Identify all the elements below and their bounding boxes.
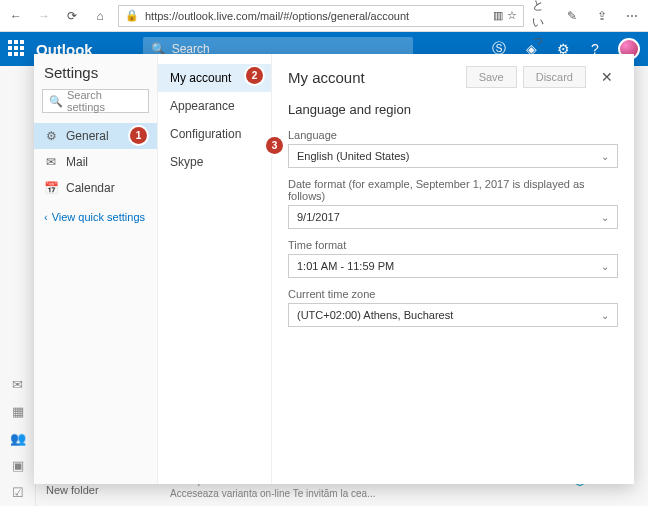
dateformat-label: Date format (for example, September 1, 2…	[288, 178, 618, 202]
page-title: My account	[288, 69, 365, 86]
new-folder-link[interactable]: New folder	[46, 484, 99, 496]
timeformat-select[interactable]: 1:01 AM - 11:59 PM ⌄	[288, 254, 618, 278]
lock-icon: 🔒	[125, 9, 139, 22]
settings-title: Settings	[34, 64, 157, 89]
timezone-label: Current time zone	[288, 288, 618, 300]
share-icon[interactable]: ⇪	[592, 6, 612, 26]
search-icon: 🔍	[49, 95, 63, 108]
close-icon[interactable]: ✕	[596, 66, 618, 88]
photos-rail-icon[interactable]: ▣	[12, 458, 24, 473]
settings-content: My account Save Discard ✕ Language and r…	[272, 54, 634, 484]
app-launcher-icon[interactable]	[8, 40, 26, 58]
forward-button[interactable]: →	[34, 6, 54, 26]
category-mail[interactable]: ✉ Mail	[34, 149, 157, 175]
reader-icon[interactable]: ▥	[493, 9, 503, 22]
refresh-button[interactable]: ⟳	[62, 6, 82, 26]
favorite-icon[interactable]: ☆	[507, 9, 517, 22]
subnav-skype[interactable]: Skype	[158, 148, 271, 176]
language-select[interactable]: English (United States) ⌄	[288, 144, 618, 168]
settings-panel: Settings 🔍 Search settings ⚙ General 1 ✉…	[34, 54, 634, 484]
search-settings-placeholder: Search settings	[67, 89, 142, 113]
category-label: General	[66, 129, 109, 143]
reading-list-icon[interactable]: �といっ	[532, 6, 552, 26]
home-button[interactable]: ⌂	[90, 6, 110, 26]
more-icon[interactable]: ⋯	[622, 6, 642, 26]
save-button[interactable]: Save	[466, 66, 517, 88]
annotation-1: 1	[130, 127, 147, 144]
mail-icon: ✉	[44, 155, 58, 169]
subnav-my-account[interactable]: My account 2	[158, 64, 271, 92]
chevron-down-icon: ⌄	[601, 151, 609, 162]
notes-icon[interactable]: ✎	[562, 6, 582, 26]
annotation-2: 2	[246, 67, 263, 84]
mail-rail-icon[interactable]: ✉	[12, 377, 23, 392]
chevron-down-icon: ⌄	[601, 261, 609, 272]
category-label: Mail	[66, 155, 88, 169]
timezone-select[interactable]: (UTC+02:00) Athens, Bucharest ⌄	[288, 303, 618, 327]
section-heading: Language and region	[288, 102, 618, 117]
chevron-down-icon: ⌄	[601, 310, 609, 321]
subnav-appearance[interactable]: Appearance	[158, 92, 271, 120]
chevron-down-icon: ⌄	[601, 212, 609, 223]
dateformat-select[interactable]: 9/1/2017 ⌄	[288, 205, 618, 229]
settings-categories: Settings 🔍 Search settings ⚙ General 1 ✉…	[34, 54, 158, 484]
url-text: https://outlook.live.com/mail/#/options/…	[145, 10, 409, 22]
view-quick-settings-link[interactable]: ‹ View quick settings	[34, 201, 157, 233]
tasks-rail-icon[interactable]: ☑	[12, 485, 24, 500]
calendar-rail-icon[interactable]: ▦	[12, 404, 24, 419]
gear-icon: ⚙	[44, 129, 58, 143]
annotation-3: 3	[266, 137, 283, 154]
people-rail-icon[interactable]: 👥	[10, 431, 26, 446]
calendar-icon: 📅	[44, 181, 58, 195]
search-settings-input[interactable]: 🔍 Search settings	[42, 89, 149, 113]
address-bar[interactable]: 🔒 https://outlook.live.com/mail/#/option…	[118, 5, 524, 27]
browser-toolbar: ← → ⟳ ⌂ 🔒 https://outlook.live.com/mail/…	[0, 0, 648, 32]
back-button[interactable]: ←	[6, 6, 26, 26]
category-calendar[interactable]: 📅 Calendar	[34, 175, 157, 201]
language-label: Language	[288, 129, 618, 141]
subnav-configuration[interactable]: Configuration	[158, 120, 271, 148]
discard-button[interactable]: Discard	[523, 66, 586, 88]
timeformat-label: Time format	[288, 239, 618, 251]
left-rail: ✉ ▦ 👥 ▣ ☑	[0, 66, 36, 506]
chevron-left-icon: ‹	[44, 211, 48, 223]
settings-subnav: My account 2 Appearance Configuration Sk…	[158, 54, 272, 484]
category-general[interactable]: ⚙ General 1	[34, 123, 157, 149]
category-label: Calendar	[66, 181, 115, 195]
